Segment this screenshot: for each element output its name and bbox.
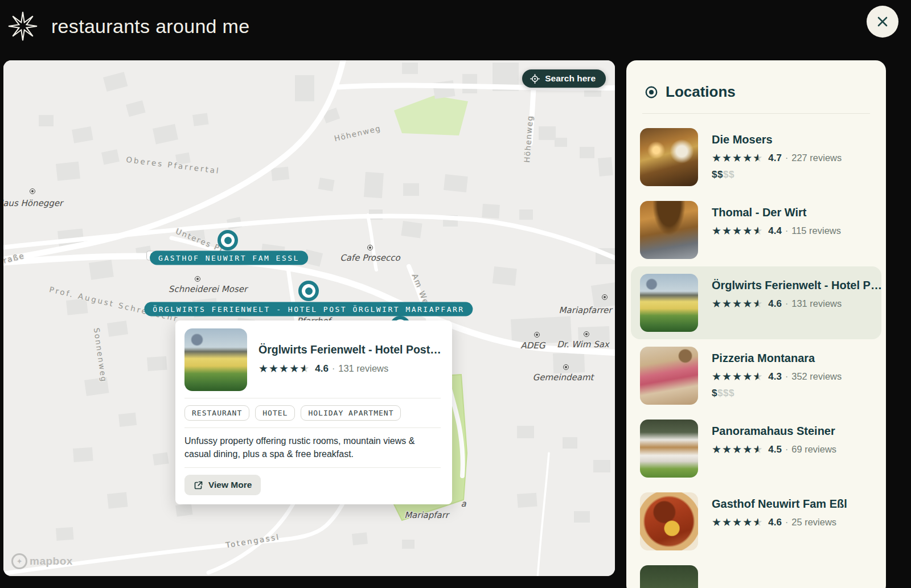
rating-value: 4.7 [768, 153, 782, 164]
location-popup: Örglwirts Ferienwelt - Hotel Post… 4.6 ·… [175, 320, 452, 504]
sidebar-title: Locations [666, 83, 736, 101]
close-icon [876, 15, 889, 28]
popup-photo [184, 328, 247, 391]
review-count: 25 reviews [791, 517, 836, 528]
view-more-button[interactable]: View More [184, 475, 261, 495]
location-name: Pizzeria Montanara [712, 352, 842, 365]
star-rating [712, 443, 763, 456]
crosshair-icon [530, 74, 540, 84]
dot-separator: · [332, 364, 335, 374]
review-count: 131 reviews [338, 363, 388, 374]
poi-dot-haus-honegger [30, 188, 35, 194]
rating-value: 4.6 [315, 363, 329, 375]
poi-dot-adeg [534, 332, 540, 338]
page-title: restaurants around me [51, 15, 249, 38]
location-thumbnail [640, 492, 698, 550]
location-name: Die Mosers [712, 133, 842, 146]
poi-dot-dr-wim-sax [584, 331, 589, 337]
rating-value: 4.5 [768, 444, 782, 455]
location-thumbnail [640, 420, 698, 478]
list-item-panoramahaus[interactable]: Panoramahaus Steiner 4.5 · 69 reviews [626, 412, 886, 485]
poi-label-gemeindeamt: Gemeindeamt [533, 372, 594, 383]
tag-hotel: HOTEL [255, 405, 295, 421]
poi-dot-cafe-prosecco [367, 245, 373, 250]
divider [184, 467, 441, 468]
dot-separator: · [785, 372, 788, 382]
location-thumbnail [640, 274, 698, 332]
location-thumbnail [640, 347, 698, 405]
app-header: restaurants around me [0, 0, 911, 52]
mapbox-attribution[interactable]: ✦ mapbox [11, 553, 73, 569]
location-name: Gasthof Neuwirt Fam Eßl [712, 497, 847, 511]
dot-separator: · [785, 517, 788, 528]
star-rating [712, 224, 763, 237]
locations-icon [645, 85, 658, 99]
poi-label-haus-honegger: Haus Hönegger [3, 198, 63, 208]
price-level: $$$$ [712, 169, 842, 180]
poi-label-adeg: ADEG [521, 340, 545, 351]
rating-value: 4.4 [768, 225, 782, 237]
rating-value: 4.3 [768, 371, 782, 383]
map[interactable]: Höhenweg Höhenweg Oberes Pfarrertal Unte… [3, 60, 615, 576]
poi-label-mariapfarr-prefix: a [461, 499, 466, 509]
map-pin-orglwirts[interactable] [298, 281, 319, 301]
location-name: Panoramahaus Steiner [712, 425, 836, 438]
rating-value: 4.6 [768, 517, 782, 528]
star-rating [712, 516, 763, 529]
list-item-die-mosers[interactable]: Die Mosers 4.7 · 227 reviews $$$$ [626, 121, 886, 194]
list-item-pizzeria-montanara[interactable]: Pizzeria Montanara 4.3 · 352 reviews $$$… [626, 339, 886, 412]
tag-holiday-apartment: HOLIDAY APARTMENT [301, 405, 401, 421]
location-thumbnail [640, 128, 698, 186]
location-thumbnail [640, 201, 698, 259]
close-button[interactable] [867, 6, 898, 38]
map-pin-gasthof[interactable] [218, 230, 238, 250]
list-item-gasthof-neuwirt[interactable]: Gasthof Neuwirt Fam Eßl 4.6 · 25 reviews [626, 485, 886, 558]
view-more-label: View More [208, 480, 252, 490]
divider [184, 427, 441, 428]
poi-dot-schneiderei [195, 276, 200, 282]
external-link-icon [194, 480, 203, 490]
locations-list: Die Mosers 4.7 · 227 reviews $$$$ Thomal… [626, 114, 886, 588]
mapbox-wordmark: mapbox [30, 555, 73, 568]
dot-separator: · [785, 226, 788, 236]
review-count: 115 reviews [791, 225, 841, 236]
popup-title: Örglwirts Ferienwelt - Hotel Post… [258, 343, 441, 356]
divider [184, 398, 441, 398]
review-count: 352 reviews [791, 371, 842, 382]
review-count: 69 reviews [791, 444, 836, 455]
location-name: Thomal - Der Wirt [712, 206, 841, 219]
star-rating [712, 297, 763, 310]
dot-separator: · [785, 299, 788, 309]
poi-label-schneiderei: Schneiderei Moser [169, 284, 247, 294]
dot-separator: · [785, 445, 788, 455]
poi-label-mariapfarr: Mariapfarr [404, 510, 449, 520]
mapbox-icon: ✦ [11, 553, 27, 569]
search-here-label: Search here [545, 73, 596, 84]
popup-description: Unfussy property offering rustic rooms, … [184, 435, 441, 460]
poi-dot-mariapfarrer [602, 294, 608, 300]
poi-dot-gemeindeamt [563, 364, 569, 370]
list-item-orglwirts-selected[interactable]: Örglwirts Ferienwelt - Hotel Po… 4.6 · 1… [631, 266, 881, 339]
list-item-partial[interactable] [626, 558, 886, 588]
locations-sidebar[interactable]: Locations Die Mosers 4.7 · 227 reviews $… [626, 60, 886, 588]
location-name: Örglwirts Ferienwelt - Hotel Po… [712, 279, 883, 292]
map-pin-label-orglwirts[interactable]: ÖRGLWIRTS FERIENWELT - HOTEL POST ÖRGLWI… [144, 302, 473, 316]
rating-value: 4.6 [768, 298, 782, 310]
star-rating [712, 370, 763, 383]
review-count: 131 reviews [791, 298, 842, 309]
search-here-button[interactable]: Search here [522, 69, 606, 88]
dot-separator: · [785, 153, 788, 163]
list-item-thomal[interactable]: Thomal - Der Wirt 4.4 · 115 reviews [626, 194, 886, 266]
app-logo [8, 11, 38, 41]
star-rating [712, 151, 763, 165]
star-rating [258, 362, 310, 375]
app-window: restaurants around me [0, 0, 911, 588]
tag-restaurant: RESTAURANT [184, 405, 249, 421]
price-level: $$$$ [712, 388, 842, 399]
poi-label-cafe-prosecco: Cafe Prosecco [340, 253, 400, 263]
poi-label-dr-wim-sax: Dr. Wim Sax [557, 339, 609, 349]
poi-label-mariapfarrer: Mariapfarrer [559, 305, 612, 315]
map-pin-label-gasthof[interactable]: GASTHOF NEUWIRT FAM ESSL [150, 251, 308, 265]
review-count: 227 reviews [791, 153, 842, 163]
location-thumbnail [640, 565, 698, 588]
